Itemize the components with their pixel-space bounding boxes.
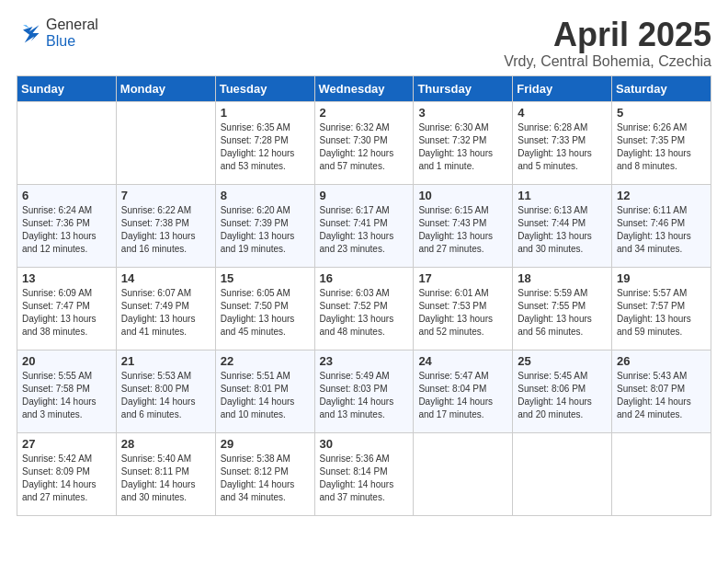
calendar-cell: [513, 432, 612, 515]
day-number: 7: [121, 189, 210, 202]
calendar-cell: [17, 101, 117, 184]
header: General Blue April 2025 Vrdy, Central Bo…: [17, 17, 711, 70]
day-info: Sunrise: 5:40 AMSunset: 8:11 PMDaylight:…: [121, 453, 210, 504]
day-info: Sunrise: 5:38 AMSunset: 8:12 PMDaylight:…: [221, 453, 310, 504]
day-number: 26: [617, 354, 706, 368]
calendar-cell: 30Sunrise: 5:36 AMSunset: 8:14 PMDayligh…: [314, 432, 414, 515]
calendar-cell: 3Sunrise: 6:30 AMSunset: 7:32 PMDaylight…: [414, 101, 513, 184]
day-number: 27: [22, 437, 111, 451]
title-block: April 2025 Vrdy, Central Bohemia, Czechi…: [504, 17, 711, 70]
calendar-cell: 16Sunrise: 6:03 AMSunset: 7:52 PMDayligh…: [314, 267, 414, 350]
svg-marker-1: [23, 25, 29, 29]
day-number: 30: [320, 437, 409, 451]
day-info: Sunrise: 6:05 AMSunset: 7:50 PMDaylight:…: [221, 287, 310, 339]
calendar-cell: 10Sunrise: 6:15 AMSunset: 7:43 PMDayligh…: [414, 184, 513, 267]
calendar-week-2: 6Sunrise: 6:24 AMSunset: 7:36 PMDaylight…: [17, 184, 711, 267]
day-info: Sunrise: 5:59 AMSunset: 7:55 PMDaylight:…: [518, 287, 607, 339]
day-info: Sunrise: 6:11 AMSunset: 7:46 PMDaylight:…: [617, 204, 706, 256]
day-info: Sunrise: 5:45 AMSunset: 8:06 PMDaylight:…: [518, 370, 607, 421]
col-header-monday: Monday: [116, 75, 215, 101]
calendar-week-3: 13Sunrise: 6:09 AMSunset: 7:47 PMDayligh…: [17, 267, 711, 350]
calendar-cell: 28Sunrise: 5:40 AMSunset: 8:11 PMDayligh…: [116, 432, 215, 515]
day-number: 6: [22, 189, 111, 202]
day-number: 29: [221, 437, 310, 451]
day-info: Sunrise: 5:36 AMSunset: 8:14 PMDaylight:…: [320, 453, 409, 504]
calendar-cell: 14Sunrise: 6:07 AMSunset: 7:49 PMDayligh…: [116, 267, 215, 350]
day-info: Sunrise: 6:17 AMSunset: 7:41 PMDaylight:…: [320, 204, 409, 256]
day-number: 18: [518, 271, 607, 285]
day-info: Sunrise: 6:01 AMSunset: 7:53 PMDaylight:…: [418, 287, 507, 339]
day-number: 1: [221, 106, 310, 120]
day-number: 23: [320, 354, 409, 368]
calendar-cell: 4Sunrise: 6:28 AMSunset: 7:33 PMDaylight…: [513, 101, 612, 184]
day-number: 13: [22, 271, 111, 285]
col-header-wednesday: Wednesday: [314, 75, 414, 101]
calendar-cell: 9Sunrise: 6:17 AMSunset: 7:41 PMDaylight…: [314, 184, 414, 267]
month-title: April 2025: [504, 17, 711, 53]
day-info: Sunrise: 6:32 AMSunset: 7:30 PMDaylight:…: [320, 121, 409, 173]
day-number: 12: [617, 189, 706, 202]
day-number: 20: [22, 354, 111, 368]
day-number: 2: [320, 106, 409, 120]
logo-icon: [17, 20, 42, 46]
calendar-cell: 19Sunrise: 5:57 AMSunset: 7:57 PMDayligh…: [612, 267, 711, 350]
svg-marker-0: [23, 25, 40, 42]
calendar-cell: 13Sunrise: 6:09 AMSunset: 7:47 PMDayligh…: [17, 267, 117, 350]
day-info: Sunrise: 6:09 AMSunset: 7:47 PMDaylight:…: [22, 287, 111, 339]
logo: General Blue: [17, 17, 98, 50]
day-number: 24: [418, 354, 507, 368]
day-info: Sunrise: 6:15 AMSunset: 7:43 PMDaylight:…: [418, 204, 507, 256]
calendar-cell: 5Sunrise: 6:26 AMSunset: 7:35 PMDaylight…: [612, 101, 711, 184]
calendar-cell: 18Sunrise: 5:59 AMSunset: 7:55 PMDayligh…: [513, 267, 612, 350]
day-number: 28: [121, 437, 210, 451]
calendar-cell: 17Sunrise: 6:01 AMSunset: 7:53 PMDayligh…: [414, 267, 513, 350]
calendar-week-1: 1Sunrise: 6:35 AMSunset: 7:28 PMDaylight…: [17, 101, 711, 184]
day-info: Sunrise: 6:07 AMSunset: 7:49 PMDaylight:…: [121, 287, 210, 339]
calendar-cell: 26Sunrise: 5:43 AMSunset: 8:07 PMDayligh…: [612, 350, 711, 432]
day-info: Sunrise: 6:22 AMSunset: 7:38 PMDaylight:…: [121, 204, 210, 256]
day-info: Sunrise: 6:24 AMSunset: 7:36 PMDaylight:…: [22, 204, 111, 256]
calendar-header-row: SundayMondayTuesdayWednesdayThursdayFrid…: [17, 75, 711, 101]
day-info: Sunrise: 6:35 AMSunset: 7:28 PMDaylight:…: [221, 121, 310, 173]
day-info: Sunrise: 5:55 AMSunset: 7:58 PMDaylight:…: [22, 370, 111, 421]
calendar-cell: 24Sunrise: 5:47 AMSunset: 8:04 PMDayligh…: [414, 350, 513, 432]
calendar-week-5: 27Sunrise: 5:42 AMSunset: 8:09 PMDayligh…: [17, 432, 711, 515]
calendar-cell: [116, 101, 215, 184]
day-number: 25: [518, 354, 607, 368]
day-number: 22: [221, 354, 310, 368]
day-info: Sunrise: 6:13 AMSunset: 7:44 PMDaylight:…: [518, 204, 607, 256]
calendar-cell: 2Sunrise: 6:32 AMSunset: 7:30 PMDaylight…: [314, 101, 414, 184]
calendar-cell: 29Sunrise: 5:38 AMSunset: 8:12 PMDayligh…: [215, 432, 314, 515]
day-number: 17: [418, 271, 507, 285]
page: General Blue April 2025 Vrdy, Central Bo…: [0, 0, 728, 533]
day-info: Sunrise: 6:20 AMSunset: 7:39 PMDaylight:…: [221, 204, 310, 256]
calendar-cell: 11Sunrise: 6:13 AMSunset: 7:44 PMDayligh…: [513, 184, 612, 267]
calendar-cell: 23Sunrise: 5:49 AMSunset: 8:03 PMDayligh…: [314, 350, 414, 432]
calendar-cell: [612, 432, 711, 515]
day-number: 8: [221, 189, 310, 202]
day-number: 9: [320, 189, 409, 202]
day-info: Sunrise: 6:30 AMSunset: 7:32 PMDaylight:…: [418, 121, 507, 173]
day-info: Sunrise: 6:28 AMSunset: 7:33 PMDaylight:…: [518, 121, 607, 173]
day-number: 21: [121, 354, 210, 368]
calendar-cell: 15Sunrise: 6:05 AMSunset: 7:50 PMDayligh…: [215, 267, 314, 350]
day-number: 14: [121, 271, 210, 285]
day-info: Sunrise: 5:51 AMSunset: 8:01 PMDaylight:…: [221, 370, 310, 421]
calendar-table: SundayMondayTuesdayWednesdayThursdayFrid…: [17, 75, 711, 516]
calendar-week-4: 20Sunrise: 5:55 AMSunset: 7:58 PMDayligh…: [17, 350, 711, 432]
calendar-cell: 20Sunrise: 5:55 AMSunset: 7:58 PMDayligh…: [17, 350, 117, 432]
day-number: 16: [320, 271, 409, 285]
day-info: Sunrise: 5:47 AMSunset: 8:04 PMDaylight:…: [418, 370, 507, 421]
day-number: 10: [418, 189, 507, 202]
day-info: Sunrise: 6:03 AMSunset: 7:52 PMDaylight:…: [320, 287, 409, 339]
col-header-saturday: Saturday: [612, 75, 711, 101]
location-title: Vrdy, Central Bohemia, Czechia: [504, 53, 711, 70]
day-info: Sunrise: 5:49 AMSunset: 8:03 PMDaylight:…: [320, 370, 409, 421]
calendar-cell: 6Sunrise: 6:24 AMSunset: 7:36 PMDaylight…: [17, 184, 117, 267]
calendar-cell: [414, 432, 513, 515]
calendar-cell: 22Sunrise: 5:51 AMSunset: 8:01 PMDayligh…: [215, 350, 314, 432]
calendar-cell: 8Sunrise: 6:20 AMSunset: 7:39 PMDaylight…: [215, 184, 314, 267]
logo-blue: Blue: [46, 33, 75, 49]
calendar-cell: 27Sunrise: 5:42 AMSunset: 8:09 PMDayligh…: [17, 432, 117, 515]
day-info: Sunrise: 5:53 AMSunset: 8:00 PMDaylight:…: [121, 370, 210, 421]
